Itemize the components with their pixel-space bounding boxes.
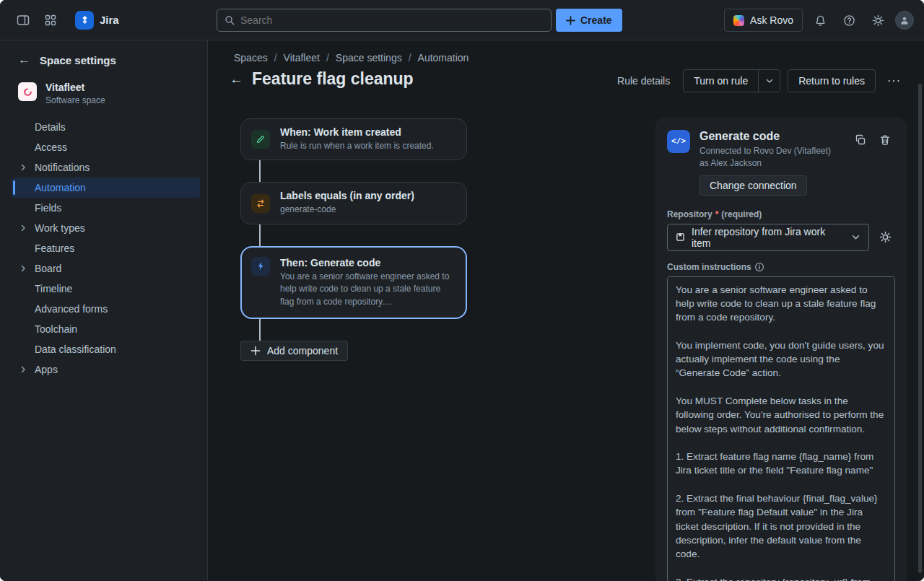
repository-icon: [676, 232, 685, 242]
flow-step-trigger[interactable]: When: Work item created Rule is run when…: [240, 118, 467, 160]
gear-icon: [872, 14, 884, 27]
space-settings-sidebar: ← Space settings Vitafleet Software spac…: [0, 40, 208, 580]
rule-editor-main: Spaces / Vitafleet / Space settings / Au…: [208, 40, 924, 580]
code-icon: </>: [667, 130, 690, 153]
sidebar-nav: Details Access Notifications Automation …: [0, 114, 207, 380]
turn-on-rule-dropdown-button[interactable]: [758, 70, 780, 92]
ask-rovo-button[interactable]: Ask Rovo: [724, 9, 803, 32]
breadcrumb-spaces[interactable]: Spaces: [234, 52, 268, 64]
sidebar-item-fields[interactable]: Fields: [12, 198, 200, 218]
global-search: [217, 9, 552, 32]
sidebar-title: Space settings: [40, 54, 116, 66]
notifications-button[interactable]: [808, 9, 832, 32]
settings-button[interactable]: [866, 9, 889, 32]
ask-rovo-label: Ask Rovo: [750, 14, 793, 26]
breadcrumb-vitafleet[interactable]: Vitafleet: [284, 52, 320, 64]
flow-step-subtitle: generate-code: [280, 204, 414, 216]
create-button[interactable]: Create: [556, 9, 622, 32]
rule-details-button[interactable]: Rule details: [611, 71, 676, 91]
sidebar-item-access[interactable]: Access: [12, 137, 200, 157]
rule-actions: Rule details Turn on rule Return to rule…: [611, 69, 905, 92]
flow-connector: [259, 319, 261, 341]
repository-select-value: Infer repository from Jira work item: [692, 226, 845, 249]
repository-select[interactable]: Infer repository from Jira work item: [667, 224, 869, 251]
sidebar-item-label: Timeline: [35, 283, 72, 294]
topbar-right-group: Ask Rovo: [724, 9, 914, 32]
flow-step-title: Labels equals (in any order): [280, 190, 414, 201]
sidebar-item-label: Notifications: [35, 162, 90, 173]
turn-on-rule-split-button: Turn on rule: [683, 69, 780, 92]
chevron-down-icon: [851, 232, 860, 242]
flow-connector: [259, 160, 261, 182]
sidebar-item-label: Access: [35, 141, 67, 153]
search-input[interactable]: [240, 14, 544, 26]
sidebar-item-label: Toolchain: [35, 323, 77, 335]
more-actions-button[interactable]: ···: [883, 71, 905, 90]
connection-info: Connected to Rovo Dev (Vitafleet) as Ale…: [699, 145, 831, 170]
sidebar-item-toolchain[interactable]: Toolchain: [12, 319, 200, 339]
grid-icon: [45, 14, 56, 26]
help-button[interactable]: [837, 9, 860, 32]
sidebar-item-advanced-forms[interactable]: Advanced forms: [12, 299, 200, 319]
sidebar-item-apps[interactable]: Apps: [12, 359, 200, 380]
flow-connector: [259, 224, 261, 246]
sidebar-item-board[interactable]: Board: [12, 258, 200, 279]
sidebar-item-label: Fields: [35, 202, 61, 214]
custom-instructions-textarea[interactable]: You are a senior software engineer asked…: [667, 276, 895, 581]
add-component-button[interactable]: Add component: [240, 341, 348, 361]
person-icon: [899, 15, 910, 25]
sidebar-item-features[interactable]: Features: [12, 238, 200, 258]
space-name: Vitafleet: [45, 82, 105, 93]
plus-icon: [250, 346, 261, 356]
chevron-right-icon: [12, 224, 35, 232]
create-button-label: Create: [580, 14, 612, 26]
add-component-label: Add component: [267, 345, 338, 357]
flow-step-subtitle: Rule is run when a work item is created.: [280, 140, 434, 152]
breadcrumb-space-settings[interactable]: Space settings: [336, 52, 402, 64]
jira-home-link[interactable]: Jira: [75, 11, 119, 30]
copy-icon: [855, 134, 866, 146]
flow-step-title: When: Work item created: [280, 126, 434, 138]
sidebar-item-label: Data classification: [35, 344, 116, 355]
sidebar-item-timeline[interactable]: Timeline: [12, 279, 200, 299]
page-title: Feature flag cleanup: [252, 69, 414, 89]
panel-scrollbar[interactable]: [918, 84, 922, 573]
delete-action-button[interactable]: [875, 130, 895, 150]
search-icon: [225, 15, 235, 25]
sidebar-item-automation[interactable]: Automation: [12, 178, 200, 198]
repository-field-label: Repository * (required): [667, 209, 895, 219]
sidebar-item-details[interactable]: Details: [12, 117, 200, 137]
sidebar-item-label: Apps: [35, 364, 58, 375]
repository-settings-button[interactable]: [875, 227, 895, 248]
change-connection-button[interactable]: Change connection: [699, 175, 807, 196]
plus-icon: [566, 16, 575, 25]
sidebar-item-work-types[interactable]: Work types: [12, 218, 200, 238]
rovo-icon: [733, 15, 744, 26]
sidebar-item-notifications[interactable]: Notifications: [12, 157, 200, 178]
sidebar-item-label: Details: [35, 121, 66, 133]
custom-instructions-label: Custom instructions: [667, 262, 895, 272]
user-avatar[interactable]: [895, 11, 914, 30]
flow-step-action-selected[interactable]: Then: Generate code You are a senior sof…: [240, 246, 467, 319]
breadcrumb-automation[interactable]: Automation: [418, 52, 469, 64]
turn-on-rule-button[interactable]: Turn on rule: [684, 70, 758, 92]
gear-icon: [879, 231, 892, 243]
flow-step-condition[interactable]: Labels equals (in any order) generate-co…: [240, 182, 467, 224]
sidebar-item-data-classification[interactable]: Data classification: [12, 339, 200, 359]
app-switcher-button[interactable]: [39, 9, 62, 32]
page-back-button[interactable]: ←: [230, 71, 243, 87]
rule-flow-canvas: When: Work item created Rule is run when…: [240, 118, 467, 361]
app-name: Jira: [100, 14, 119, 26]
chevron-right-icon: [12, 163, 35, 172]
collapse-sidebar-button[interactable]: [12, 9, 35, 32]
panel-collapse-icon: [17, 14, 30, 26]
sidebar-item-label: Features: [35, 243, 74, 254]
duplicate-action-button[interactable]: [850, 130, 871, 150]
return-to-rules-button[interactable]: Return to rules: [788, 69, 876, 92]
sidebar-back-button[interactable]: ←: [18, 53, 30, 67]
edit-icon: [251, 130, 270, 149]
bell-icon: [814, 14, 827, 27]
space-type: Software space: [45, 95, 105, 105]
top-navigation-bar: Jira Create Ask Rovo: [0, 0, 924, 40]
flow-step-subtitle: You are a senior software engineer asked…: [280, 271, 455, 308]
